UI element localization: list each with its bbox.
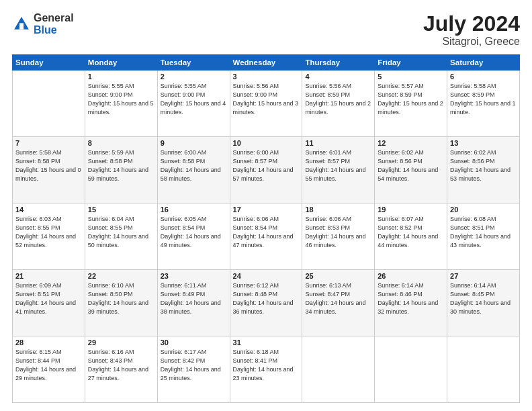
table-row: 28Sunrise: 6:15 AMSunset: 8:44 PMDayligh…	[13, 336, 85, 403]
day-number: 22	[88, 272, 154, 280]
col-tuesday: Tuesday	[157, 55, 230, 71]
day-info: Sunrise: 6:09 AMSunset: 8:51 PMDaylight:…	[15, 281, 82, 316]
table-row: 10Sunrise: 6:00 AMSunset: 8:57 PMDayligh…	[230, 137, 302, 203]
day-number: 11	[305, 139, 371, 147]
day-info: Sunrise: 6:16 AMSunset: 8:43 PMDaylight:…	[88, 348, 154, 383]
day-info: Sunrise: 6:14 AMSunset: 8:46 PMDaylight:…	[378, 281, 444, 316]
day-info: Sunrise: 6:07 AMSunset: 8:52 PMDaylight:…	[378, 215, 444, 250]
day-info: Sunrise: 5:57 AMSunset: 8:59 PMDaylight:…	[378, 82, 444, 117]
table-row: 2Sunrise: 5:55 AMSunset: 9:00 PMDaylight…	[157, 71, 230, 137]
title-location: Sitagroi, Greece	[423, 36, 520, 48]
table-row: 24Sunrise: 6:12 AMSunset: 8:48 PMDayligh…	[230, 270, 302, 336]
table-row: 16Sunrise: 6:05 AMSunset: 8:54 PMDayligh…	[157, 203, 230, 270]
day-number: 15	[88, 205, 154, 214]
day-number: 6	[450, 73, 517, 81]
day-number: 16	[161, 205, 227, 214]
col-thursday: Thursday	[302, 55, 375, 71]
table-row: 3Sunrise: 5:56 AMSunset: 9:00 PMDaylight…	[230, 71, 302, 137]
day-info: Sunrise: 6:18 AMSunset: 8:41 PMDaylight:…	[233, 348, 300, 383]
day-info: Sunrise: 6:00 AMSunset: 8:58 PMDaylight:…	[161, 148, 227, 183]
day-number: 25	[305, 272, 371, 280]
day-info: Sunrise: 6:02 AMSunset: 8:56 PMDaylight:…	[378, 148, 444, 183]
day-number: 26	[378, 272, 444, 280]
day-number: 13	[450, 139, 517, 147]
table-row: 21Sunrise: 6:09 AMSunset: 8:51 PMDayligh…	[13, 270, 85, 336]
day-number: 5	[378, 73, 444, 81]
table-row: 18Sunrise: 6:06 AMSunset: 8:53 PMDayligh…	[302, 203, 375, 270]
day-info: Sunrise: 5:58 AMSunset: 8:58 PMDaylight:…	[15, 148, 82, 183]
day-number: 14	[15, 205, 82, 214]
col-wednesday: Wednesday	[230, 55, 302, 71]
page: General Blue July 2024 Sitagroi, Greece …	[0, 0, 532, 411]
day-info: Sunrise: 6:06 AMSunset: 8:53 PMDaylight:…	[305, 215, 371, 250]
table-row: 31Sunrise: 6:18 AMSunset: 8:41 PMDayligh…	[230, 336, 302, 403]
day-info: Sunrise: 5:56 AMSunset: 8:59 PMDaylight:…	[305, 82, 371, 117]
day-info: Sunrise: 6:13 AMSunset: 8:47 PMDaylight:…	[305, 281, 371, 316]
calendar-week-1: 7Sunrise: 5:58 AMSunset: 8:58 PMDaylight…	[13, 137, 520, 203]
day-number: 19	[378, 205, 444, 214]
table-row: 8Sunrise: 5:59 AMSunset: 8:58 PMDaylight…	[85, 137, 157, 203]
day-info: Sunrise: 5:55 AMSunset: 9:00 PMDaylight:…	[161, 82, 227, 117]
col-monday: Monday	[85, 55, 157, 71]
title-month: July 2024	[423, 12, 520, 36]
title-block: July 2024 Sitagroi, Greece	[423, 12, 520, 48]
table-row	[13, 71, 85, 137]
day-info: Sunrise: 6:10 AMSunset: 8:50 PMDaylight:…	[88, 281, 154, 316]
day-number: 8	[88, 139, 154, 147]
table-row	[375, 336, 447, 403]
day-info: Sunrise: 6:05 AMSunset: 8:54 PMDaylight:…	[161, 215, 227, 250]
header: General Blue July 2024 Sitagroi, Greece	[12, 12, 520, 48]
day-info: Sunrise: 5:55 AMSunset: 9:00 PMDaylight:…	[88, 82, 154, 117]
day-info: Sunrise: 6:14 AMSunset: 8:45 PMDaylight:…	[450, 281, 517, 316]
day-number: 21	[15, 272, 82, 280]
day-info: Sunrise: 5:59 AMSunset: 8:58 PMDaylight:…	[88, 148, 154, 183]
day-number: 31	[233, 338, 300, 347]
table-row	[447, 336, 520, 403]
table-row: 27Sunrise: 6:14 AMSunset: 8:45 PMDayligh…	[447, 270, 520, 336]
calendar-table: Sunday Monday Tuesday Wednesday Thursday…	[12, 54, 520, 403]
day-number: 17	[233, 205, 300, 214]
calendar-week-2: 14Sunrise: 6:03 AMSunset: 8:55 PMDayligh…	[13, 203, 520, 270]
day-number: 3	[233, 73, 300, 81]
day-info: Sunrise: 6:12 AMSunset: 8:48 PMDaylight:…	[233, 281, 300, 316]
calendar-week-3: 21Sunrise: 6:09 AMSunset: 8:51 PMDayligh…	[13, 270, 520, 336]
day-info: Sunrise: 6:01 AMSunset: 8:57 PMDaylight:…	[305, 148, 371, 183]
day-info: Sunrise: 5:58 AMSunset: 8:59 PMDaylight:…	[450, 82, 517, 117]
table-row: 11Sunrise: 6:01 AMSunset: 8:57 PMDayligh…	[302, 137, 375, 203]
day-info: Sunrise: 6:08 AMSunset: 8:51 PMDaylight:…	[450, 215, 517, 250]
day-number: 18	[305, 205, 371, 214]
calendar-week-4: 28Sunrise: 6:15 AMSunset: 8:44 PMDayligh…	[13, 336, 520, 403]
day-info: Sunrise: 6:02 AMSunset: 8:56 PMDaylight:…	[450, 148, 517, 183]
day-number: 4	[305, 73, 371, 81]
day-number: 23	[161, 272, 227, 280]
table-row: 29Sunrise: 6:16 AMSunset: 8:43 PMDayligh…	[85, 336, 157, 403]
table-row: 26Sunrise: 6:14 AMSunset: 8:46 PMDayligh…	[375, 270, 447, 336]
day-number: 9	[161, 139, 227, 147]
day-number: 24	[233, 272, 300, 280]
day-info: Sunrise: 6:11 AMSunset: 8:49 PMDaylight:…	[161, 281, 227, 316]
table-row: 6Sunrise: 5:58 AMSunset: 8:59 PMDaylight…	[447, 71, 520, 137]
day-number: 7	[15, 139, 82, 147]
svg-rect-1	[19, 23, 24, 29]
day-number: 30	[161, 338, 227, 347]
col-sunday: Sunday	[13, 55, 85, 71]
day-number: 29	[88, 338, 154, 347]
logo: General Blue	[12, 12, 74, 36]
day-info: Sunrise: 6:06 AMSunset: 8:54 PMDaylight:…	[233, 215, 300, 250]
calendar-week-0: 1Sunrise: 5:55 AMSunset: 9:00 PMDaylight…	[13, 71, 520, 137]
table-row: 17Sunrise: 6:06 AMSunset: 8:54 PMDayligh…	[230, 203, 302, 270]
logo-blue: Blue	[34, 24, 74, 36]
table-row: 12Sunrise: 6:02 AMSunset: 8:56 PMDayligh…	[375, 137, 447, 203]
day-info: Sunrise: 6:15 AMSunset: 8:44 PMDaylight:…	[15, 348, 82, 383]
day-number: 2	[161, 73, 227, 81]
col-friday: Friday	[375, 55, 447, 71]
table-row: 15Sunrise: 6:04 AMSunset: 8:55 PMDayligh…	[85, 203, 157, 270]
day-info: Sunrise: 5:56 AMSunset: 9:00 PMDaylight:…	[233, 82, 300, 117]
table-row: 20Sunrise: 6:08 AMSunset: 8:51 PMDayligh…	[447, 203, 520, 270]
table-row: 25Sunrise: 6:13 AMSunset: 8:47 PMDayligh…	[302, 270, 375, 336]
day-number: 1	[88, 73, 154, 81]
day-number: 20	[450, 205, 517, 214]
table-row: 4Sunrise: 5:56 AMSunset: 8:59 PMDaylight…	[302, 71, 375, 137]
table-row	[302, 336, 375, 403]
table-row: 1Sunrise: 5:55 AMSunset: 9:00 PMDaylight…	[85, 71, 157, 137]
